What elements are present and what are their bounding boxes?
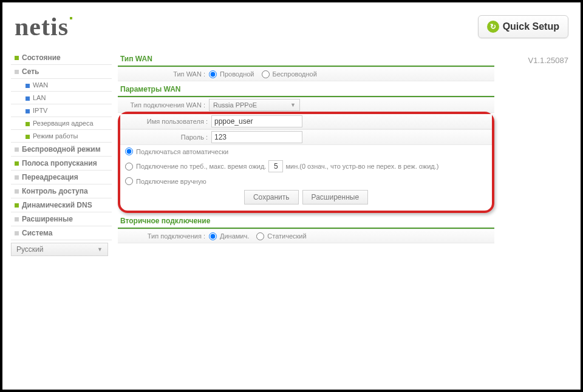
advanced-button[interactable]: Расширенные [302, 190, 369, 204]
wan-type-wired-radio[interactable]: Проводной [209, 70, 254, 78]
sidebar-item-4[interactable]: IPTV [11, 104, 112, 117]
bullet-icon [15, 147, 19, 152]
wan-type-label: Тип WAN : [118, 70, 209, 78]
conn-type-label: Тип подключения WAN : [118, 101, 209, 109]
sec-dynamic-radio[interactable]: Динамич. [209, 232, 249, 240]
conn-mode-manual-radio[interactable]: Подключение вручную [125, 177, 206, 185]
sidebar-item-0[interactable]: Состояние [11, 51, 112, 65]
wan-type-wireless-radio[interactable]: Беспроводной [262, 70, 317, 78]
sidebar-item-8[interactable]: Полоса пропускания [11, 157, 112, 171]
sidebar-item-label: Резервация адреса [33, 120, 94, 127]
conn-type-select[interactable]: Russia PPPoE▼ [209, 99, 300, 111]
chevron-down-icon: ▼ [97, 246, 103, 252]
sidebar-item-11[interactable]: Динамический DNS [11, 198, 112, 212]
sidebar: СостояниеСетьWANLANIPTVРезервация адреса… [2, 51, 112, 256]
bullet-icon [26, 84, 30, 88]
sidebar-item-label: WAN [33, 81, 48, 89]
save-button[interactable]: Сохранить [244, 190, 299, 204]
sidebar-item-10[interactable]: Контроль доступа [11, 184, 112, 198]
chevron-down-icon: ▼ [290, 102, 296, 108]
sidebar-item-3[interactable]: LAN [11, 92, 112, 104]
section-secondary-title: Вторичное подключение [118, 213, 494, 229]
sec-conn-type-label: Тип подключения : [118, 232, 209, 240]
bullet-icon [15, 175, 19, 180]
sidebar-item-5[interactable]: Резервация адреса [11, 117, 112, 130]
conn-mode-auto-radio[interactable]: Подключаться автоматически [125, 147, 228, 155]
sidebar-item-label: Переадресация [22, 173, 78, 181]
bullet-icon [26, 122, 30, 126]
sidebar-item-label: Сеть [22, 67, 39, 76]
section-wan-type-title: Тип WAN [118, 51, 494, 67]
sidebar-item-label: Расширенные [22, 215, 73, 223]
sidebar-item-label: Беспроводной режим [22, 145, 101, 154]
sidebar-item-9[interactable]: Переадресация [11, 171, 112, 184]
bullet-icon [26, 135, 30, 139]
sidebar-item-label: Состояние [22, 53, 61, 62]
sidebar-item-1[interactable]: Сеть [11, 65, 112, 79]
bullet-icon [15, 161, 19, 166]
firmware-version: V1.1.25087 [528, 56, 568, 65]
sidebar-item-13[interactable]: Система [11, 226, 112, 240]
password-input[interactable] [211, 131, 302, 143]
sidebar-item-6[interactable]: Режим работы [11, 130, 112, 143]
username-input[interactable] [211, 115, 302, 127]
bullet-icon [15, 56, 19, 60]
bullet-icon [15, 231, 19, 235]
bullet-icon [15, 203, 19, 208]
logo: netis [15, 12, 72, 41]
bullet-icon [15, 189, 19, 194]
sidebar-item-7[interactable]: Беспроводной режим [11, 143, 112, 157]
quick-setup-button[interactable]: ↻ Quick Setup [478, 15, 568, 38]
sidebar-item-label: Режим работы [33, 132, 78, 140]
section-wan-params-title: Параметры WAN [118, 81, 494, 97]
bullet-icon [15, 217, 19, 221]
sidebar-item-label: LAN [33, 94, 46, 101]
sidebar-item-2[interactable]: WAN [11, 79, 112, 92]
idle-timeout-input[interactable] [268, 160, 283, 172]
bullet-icon [26, 109, 30, 113]
username-label: Имя пользователя : [120, 118, 211, 125]
sidebar-item-label: IPTV [33, 107, 47, 114]
conn-mode-demand-radio[interactable]: Подключение по треб., макс. время ожид. [125, 163, 266, 171]
language-select[interactable]: Русский▼ [11, 243, 108, 256]
password-label: Пароль : [120, 133, 211, 141]
main-content: Тип WAN Тип WAN : Проводной Беспроводной… [112, 51, 500, 256]
quick-setup-icon: ↻ [487, 21, 499, 33]
sidebar-item-label: Контроль доступа [22, 187, 88, 195]
bullet-icon [15, 70, 19, 74]
sidebar-item-label: Система [22, 229, 53, 237]
highlighted-form: Имя пользователя : Пароль : Подключаться… [118, 112, 494, 213]
sidebar-item-label: Динамический DNS [22, 201, 92, 209]
bullet-icon [26, 96, 30, 101]
sec-static-radio[interactable]: Статический [256, 232, 306, 240]
sidebar-item-label: Полоса пропускания [22, 159, 97, 167]
sidebar-item-12[interactable]: Расширенные [11, 212, 112, 226]
idle-timeout-hint: мин.(0 означ., что устр-во не перех. в р… [285, 163, 438, 170]
